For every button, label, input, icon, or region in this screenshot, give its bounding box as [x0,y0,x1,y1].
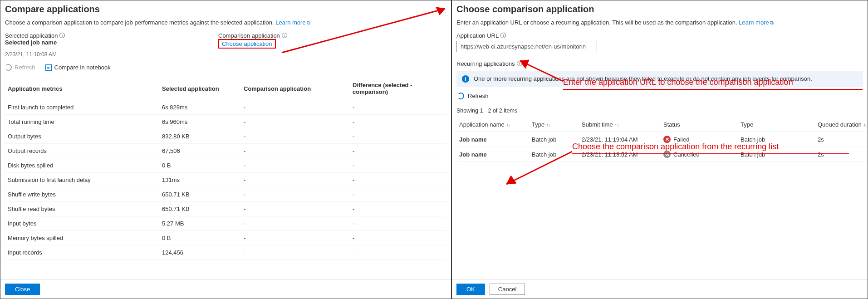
recurring-row[interactable]: Job nameBatch job2/23/21, 11:13:52 AM⊘Ca… [456,147,868,162]
recurring-label: Recurring applicationsi [456,60,863,67]
col-type2[interactable]: Type [738,118,815,132]
metric-selected: 0 B [159,158,241,173]
choose-title: Choose comparison application [456,4,863,15]
metric-difference: - [350,115,446,129]
compare-subtitle: Choose a comparison application to compa… [5,19,446,26]
ok-button[interactable]: OK [456,284,485,295]
metric-name: Output records [5,144,159,158]
cell-status: ✕Failed [661,132,738,147]
refresh-button-disabled: Refresh [5,64,35,71]
metrics-row: Submission to first launch delay131ms-- [5,173,446,187]
metric-comparison: - [241,231,350,245]
compare-in-notebook-button[interactable]: Compare in notebook [45,64,111,71]
metrics-row: Shuffle read bytes650.71 KB-- [5,202,446,216]
col-metric: Application metrics [5,77,159,100]
external-icon: ⧉ [770,20,774,25]
metrics-row: Output bytes832.80 KB-- [5,129,446,144]
metrics-row: Total running time6s 960ms-- [5,115,446,129]
metrics-row: Output records67,506-- [5,144,446,158]
metric-selected: 650.71 KB [159,202,241,216]
cell-queued: 2s [815,132,868,147]
col-queued[interactable]: Queued duration↑↓ [815,118,868,132]
metric-selected: 6s 960ms [159,115,241,129]
cell-submit: 2/23/21, 11:19:04 AM [579,132,661,147]
status-icon: ⊘ [663,151,671,158]
metric-name: Total running time [5,115,159,129]
metric-comparison: - [241,187,350,202]
selected-app-label: Selected applicationi [5,32,218,39]
app-url-input[interactable] [456,41,597,52]
showing-count: Showing 1 - 2 of 2 items [456,108,863,114]
metrics-row: Disk bytes spilled0 B-- [5,158,446,173]
metrics-row: Input records124,456-- [5,245,446,260]
col-comparison: Comparison application [241,77,350,100]
learn-more-link[interactable]: Learn more⧉ [275,19,310,26]
metrics-row: Shuffle write bytes650.71 KB-- [5,187,446,202]
metrics-row: First launch to completed6s 829ms-- [5,100,446,115]
col-type[interactable]: Type↑↓ [529,118,579,132]
metric-difference: - [350,158,446,173]
choose-subtitle: Enter an application URL or choose a rec… [456,19,863,26]
metric-difference: - [350,231,446,245]
info-icon[interactable]: i [500,33,506,38]
refresh-icon [457,93,464,99]
notebook-icon [45,64,52,71]
col-submit-time[interactable]: Submit time↑↓ [579,118,661,132]
metric-name: Input bytes [5,216,159,231]
status-icon: ✕ [663,136,671,143]
info-circle-icon: i [462,75,469,83]
learn-more-link-right[interactable]: Learn more⧉ [739,19,773,26]
recurring-table: Application name↑↓ Type↑↓ Submit time↑↓ … [456,118,868,162]
metric-comparison: - [241,245,350,260]
cancel-button[interactable]: Cancel [490,284,525,295]
metric-comparison: - [241,216,350,231]
metric-difference: - [350,216,446,231]
metric-comparison: - [241,115,350,129]
choose-subtitle-text: Enter an application URL or choose a rec… [456,19,737,26]
metric-name: Shuffle write bytes [5,187,159,202]
cell-queued: 2s [815,147,868,162]
recurring-info-text: One or more recurring applications are n… [474,75,812,82]
compare-title: Compare applications [5,4,446,15]
metric-difference: - [350,144,446,158]
metric-name: First launch to completed [5,100,159,115]
metric-name: Memory bytes spilled [5,231,159,245]
metric-comparison: - [241,129,350,144]
close-button[interactable]: Close [5,284,40,295]
refresh-icon [5,64,12,71]
metric-comparison: - [241,202,350,216]
refresh-button[interactable]: Refresh [456,90,863,102]
info-icon[interactable]: i [282,33,287,38]
cell-app-name: Job name [456,147,529,162]
metric-difference: - [350,245,446,260]
metric-name: Shuffle read bytes [5,202,159,216]
info-icon[interactable]: i [517,61,522,66]
metric-selected: 6s 829ms [159,100,241,115]
metric-difference: - [350,100,446,115]
metric-comparison: - [241,100,350,115]
col-selected: Selected application [159,77,241,100]
cell-status: ⊘Cancelled [661,147,738,162]
metric-selected: 5.27 MB [159,216,241,231]
metric-comparison: - [241,144,350,158]
info-icon[interactable]: i [59,33,65,38]
metric-name: Input records [5,245,159,260]
metric-name: Disk bytes spilled [5,158,159,173]
recurring-row[interactable]: Job nameBatch job2/23/21, 11:19:04 AM✕Fa… [456,132,868,147]
metric-selected: 131ms [159,173,241,187]
metric-selected: 124,456 [159,245,241,260]
col-status[interactable]: Status [661,118,738,132]
metric-difference: - [350,187,446,202]
external-icon: ⧉ [307,20,310,25]
cell-app-name: Job name [456,132,529,147]
metric-name: Output bytes [5,129,159,144]
cell-submit: 2/23/21, 11:13:52 AM [579,147,661,162]
metrics-row: Memory bytes spilled0 B-- [5,231,446,245]
choose-application-link[interactable]: Choose application [218,39,276,49]
metric-selected: 650.71 KB [159,187,241,202]
metrics-row: Input bytes5.27 MB-- [5,216,446,231]
metric-difference: - [350,202,446,216]
metric-selected: 832.80 KB [159,129,241,144]
cell-type: Batch job [529,147,579,162]
col-app-name[interactable]: Application name↑↓ [456,118,529,132]
